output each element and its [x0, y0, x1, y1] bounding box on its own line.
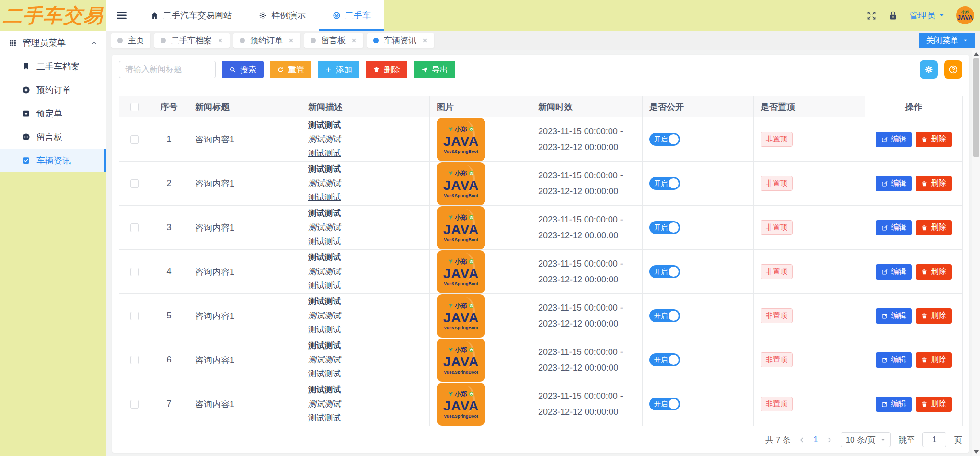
- news-image[interactable]: 小郑JAVAVue&SpringBoot: [437, 339, 485, 382]
- sidebar-item-chat[interactable]: 留言板: [0, 125, 106, 149]
- public-toggle[interactable]: 开启: [649, 353, 680, 366]
- news-image[interactable]: 小郑JAVAVue&SpringBoot: [437, 294, 485, 338]
- row-index: 1: [150, 117, 188, 162]
- tab-chip-1[interactable]: 二手车档案: [154, 33, 230, 48]
- scrollbar-thumb[interactable]: [973, 58, 979, 157]
- tab-status-dot: [161, 38, 166, 43]
- logo-top-text: 小郑: [455, 213, 467, 222]
- fullscreen-icon[interactable]: [866, 11, 876, 21]
- prev-page-icon[interactable]: [798, 436, 806, 444]
- public-toggle[interactable]: 开启: [649, 265, 680, 278]
- refresh-button[interactable]: 重置: [270, 61, 311, 78]
- edit-button[interactable]: 编辑: [876, 132, 912, 147]
- close-icon[interactable]: [217, 37, 223, 44]
- edit-button[interactable]: 编辑: [876, 220, 912, 235]
- public-toggle[interactable]: 开启: [649, 398, 680, 410]
- close-menu-button[interactable]: 关闭菜单: [919, 33, 975, 48]
- nav-item-home[interactable]: 二手汽车交易网站: [137, 0, 245, 31]
- toggle-knob: [669, 399, 679, 409]
- select-all-checkbox[interactable]: [130, 103, 139, 111]
- edit-button[interactable]: 编辑: [876, 352, 912, 368]
- tab-chip-2[interactable]: 预约订单: [233, 33, 300, 48]
- row-checkbox[interactable]: [130, 356, 139, 364]
- table-row: 1咨询内容1测试测试测试测试测试测试小郑JAVAVue&SpringBoot20…: [119, 117, 963, 162]
- tab-chip-3[interactable]: 留言板: [304, 33, 363, 48]
- send-button[interactable]: 导出: [414, 61, 455, 78]
- top-status-tag: 非置顶: [761, 220, 793, 235]
- toggle-knob: [669, 311, 679, 321]
- sidebar-item-compass[interactable]: 预约订单: [0, 78, 106, 102]
- delete-button[interactable]: 删除: [916, 264, 952, 280]
- sidebar-item-checkbox[interactable]: 车辆资讯: [0, 149, 106, 172]
- news-time-range: 2023-11-15 00:00:00 - 2023-12-12 00:00:0…: [531, 338, 643, 382]
- public-toggle[interactable]: 开启: [649, 177, 680, 190]
- close-icon[interactable]: [351, 37, 357, 44]
- news-image[interactable]: 小郑JAVAVue&SpringBoot: [437, 206, 485, 249]
- news-time-range: 2023-11-15 00:00:00 - 2023-12-12 00:00:0…: [531, 162, 643, 206]
- delete-button[interactable]: 删除: [916, 220, 952, 235]
- edit-button[interactable]: 编辑: [876, 264, 912, 280]
- search-icon: [229, 66, 236, 73]
- close-icon[interactable]: [288, 37, 294, 44]
- tab-label: 车辆资讯: [384, 35, 416, 46]
- row-checkbox[interactable]: [130, 400, 139, 409]
- row-checkbox[interactable]: [130, 179, 139, 188]
- edit-button[interactable]: 编辑: [876, 397, 912, 412]
- delete-button[interactable]: 删除: [916, 132, 952, 147]
- page-size-select[interactable]: 10 条/页: [841, 432, 891, 447]
- row-checkbox[interactable]: [130, 312, 139, 320]
- logo-main-text: JAVA: [443, 223, 479, 236]
- news-image-cell: 小郑JAVAVue&SpringBoot: [430, 206, 531, 250]
- row-checkbox[interactable]: [130, 223, 139, 232]
- springboot-icon: [469, 171, 474, 176]
- edit-icon: [881, 401, 888, 408]
- trash-button[interactable]: 删除: [366, 61, 407, 78]
- news-description: 测试测试测试测试测试测试: [301, 338, 430, 382]
- news-image[interactable]: 小郑JAVAVue&SpringBoot: [437, 250, 485, 293]
- help-button[interactable]: [944, 60, 962, 79]
- news-image[interactable]: 小郑JAVAVue&SpringBoot: [437, 383, 485, 426]
- edit-button[interactable]: 编辑: [876, 176, 912, 191]
- jump-page-input[interactable]: [922, 432, 946, 447]
- row-checkbox[interactable]: [130, 135, 139, 144]
- row-index: 3: [150, 206, 188, 250]
- page-number[interactable]: 1: [813, 435, 818, 444]
- sidebar-item-label: 车辆资讯: [36, 155, 71, 166]
- search-input[interactable]: [119, 61, 216, 78]
- edit-button[interactable]: 编辑: [876, 308, 912, 324]
- nav-item-sun[interactable]: 样例演示: [245, 0, 319, 31]
- user-dropdown[interactable]: 管理员: [910, 10, 945, 21]
- public-toggle[interactable]: 开启: [649, 133, 680, 146]
- avatar[interactable]: 小郑 JAVA: [956, 6, 974, 24]
- vertical-scrollbar[interactable]: [972, 50, 980, 456]
- tab-chip-4[interactable]: 车辆资讯: [367, 33, 434, 48]
- top-status-tag: 非置顶: [761, 352, 793, 367]
- scroll-up-icon[interactable]: [974, 52, 979, 56]
- close-icon[interactable]: [422, 37, 428, 44]
- row-checkbox[interactable]: [130, 268, 139, 276]
- springboot-icon: [469, 303, 474, 308]
- sidebar-item-bookmark[interactable]: 二手车档案: [0, 55, 106, 78]
- sidebar-menu-header[interactable]: 管理员菜单: [0, 31, 106, 55]
- tab-chip-0[interactable]: 主页: [111, 33, 150, 48]
- table-row: 6咨询内容1测试测试测试测试测试测试小郑JAVAVue&SpringBoot20…: [119, 338, 963, 382]
- desc-line: 测试测试: [308, 294, 423, 309]
- lock-icon[interactable]: [888, 11, 898, 21]
- delete-button[interactable]: 删除: [916, 352, 952, 368]
- settings-button[interactable]: [920, 60, 938, 79]
- delete-button[interactable]: 删除: [916, 308, 952, 324]
- scroll-down-icon[interactable]: [974, 450, 979, 454]
- sidebar-item-box[interactable]: 预定单: [0, 102, 106, 125]
- next-page-icon[interactable]: [826, 436, 833, 444]
- news-image[interactable]: 小郑JAVAVue&SpringBoot: [437, 162, 485, 205]
- hamburger-menu-button[interactable]: [106, 0, 137, 31]
- delete-button[interactable]: 删除: [916, 397, 952, 412]
- desc-line: 测试测试: [308, 323, 423, 337]
- public-toggle[interactable]: 开启: [649, 221, 680, 234]
- delete-button[interactable]: 删除: [916, 176, 952, 191]
- news-image[interactable]: 小郑JAVAVue&SpringBoot: [437, 118, 485, 161]
- plus-button[interactable]: 添加: [318, 61, 359, 78]
- search-button[interactable]: 搜索: [222, 61, 264, 78]
- nav-item-wheel[interactable]: 二手车: [319, 0, 384, 31]
- public-toggle[interactable]: 开启: [649, 309, 680, 322]
